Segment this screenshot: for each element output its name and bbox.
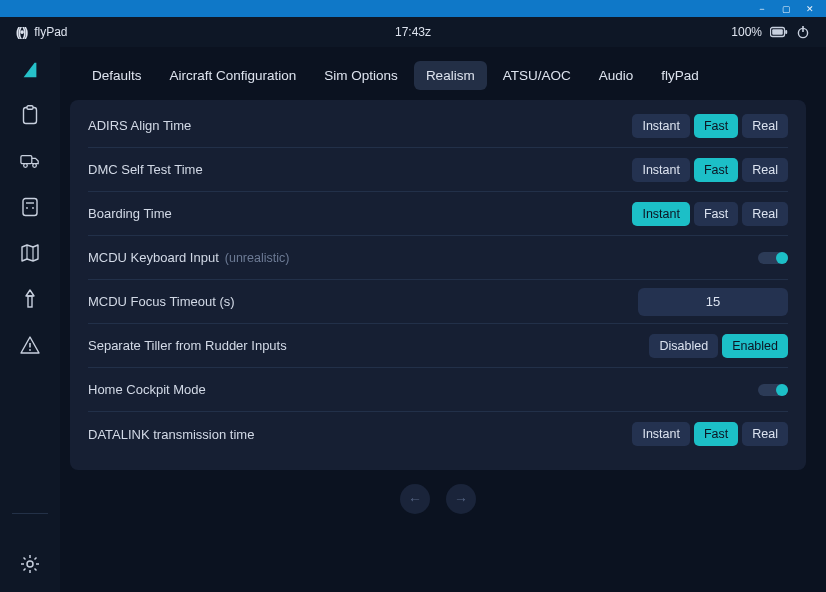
tab-aircraft-configuration[interactable]: Aircraft Configuration	[158, 61, 309, 90]
svg-rect-6	[27, 106, 33, 109]
svg-point-18	[29, 349, 31, 351]
signal-icon: ((•))	[16, 25, 26, 39]
main-content: Defaults Aircraft Configuration Sim Opti…	[60, 47, 826, 592]
window-maximize-button[interactable]: ▢	[774, 0, 798, 17]
tab-defaults[interactable]: Defaults	[80, 61, 154, 90]
tab-sim-options[interactable]: Sim Options	[312, 61, 410, 90]
app-title: flyPad	[34, 25, 67, 39]
adirs-fast-button[interactable]: Fast	[694, 114, 738, 138]
clipboard-icon[interactable]	[20, 105, 40, 125]
label-boarding: Boarding Time	[88, 206, 172, 221]
power-icon[interactable]	[796, 25, 810, 39]
seg-dmc: Instant Fast Real	[632, 158, 788, 182]
boarding-instant-button[interactable]: Instant	[632, 202, 690, 226]
tab-flypad[interactable]: flyPad	[649, 61, 711, 90]
warning-icon[interactable]	[20, 335, 40, 355]
truck-icon[interactable]	[20, 151, 40, 171]
row-mcdu-keyboard: MCDU Keyboard Input (unrealistic)	[88, 236, 788, 280]
tiller-disabled-button[interactable]: Disabled	[649, 334, 718, 358]
row-mcdu-timeout: MCDU Focus Timeout (s) 15	[88, 280, 788, 324]
boarding-real-button[interactable]: Real	[742, 202, 788, 226]
svg-point-8	[24, 164, 28, 168]
label-adirs: ADIRS Align Time	[88, 118, 191, 133]
dmc-real-button[interactable]: Real	[742, 158, 788, 182]
dmc-instant-button[interactable]: Instant	[632, 158, 690, 182]
calculator-icon[interactable]	[20, 197, 40, 217]
settings-panel: ADIRS Align Time Instant Fast Real DMC S…	[70, 100, 806, 470]
battery-percent: 100%	[731, 25, 762, 39]
tab-audio[interactable]: Audio	[587, 61, 646, 90]
gear-icon[interactable]	[20, 554, 40, 574]
toggle-mcdu-keyboard[interactable]	[758, 252, 788, 264]
adirs-real-button[interactable]: Real	[742, 114, 788, 138]
svg-point-19	[27, 561, 33, 567]
svg-point-12	[26, 207, 28, 209]
svg-rect-10	[23, 199, 37, 216]
label-home-cockpit: Home Cockpit Mode	[88, 382, 206, 397]
window-titlebar: − ▢ ✕	[0, 0, 826, 17]
tiller-enabled-button[interactable]: Enabled	[722, 334, 788, 358]
label-mcdu-kb: MCDU Keyboard Input	[88, 250, 219, 265]
svg-rect-1	[772, 29, 783, 35]
svg-rect-5	[24, 108, 37, 124]
pager-prev-button[interactable]: ←	[400, 484, 430, 514]
app-body: Defaults Aircraft Configuration Sim Opti…	[0, 47, 826, 592]
map-icon[interactable]	[20, 243, 40, 263]
row-adirs-align-time: ADIRS Align Time Instant Fast Real	[88, 104, 788, 148]
seg-tiller: Disabled Enabled	[649, 334, 788, 358]
seg-datalink: Instant Fast Real	[632, 422, 788, 446]
atc-icon[interactable]	[20, 289, 40, 309]
svg-point-9	[33, 164, 37, 168]
tab-realism[interactable]: Realism	[414, 61, 487, 90]
label-mcdu-timeout: MCDU Focus Timeout (s)	[88, 294, 235, 309]
datalink-real-button[interactable]: Real	[742, 422, 788, 446]
label-tiller: Separate Tiller from Rudder Inputs	[88, 338, 287, 353]
svg-rect-7	[21, 156, 32, 164]
adirs-instant-button[interactable]: Instant	[632, 114, 690, 138]
datalink-fast-button[interactable]: Fast	[694, 422, 738, 446]
svg-point-13	[32, 207, 34, 209]
boarding-fast-button[interactable]: Fast	[694, 202, 738, 226]
label-datalink: DATALINK transmission time	[88, 427, 254, 442]
datalink-instant-button[interactable]: Instant	[632, 422, 690, 446]
svg-rect-2	[785, 30, 787, 34]
row-tiller: Separate Tiller from Rudder Inputs Disab…	[88, 324, 788, 368]
window-minimize-button[interactable]: −	[750, 0, 774, 17]
svg-rect-16	[28, 296, 32, 307]
hint-mcdu-kb: (unrealistic)	[225, 251, 290, 265]
tab-atsu-aoc[interactable]: ATSU/AOC	[491, 61, 583, 90]
row-boarding-time: Boarding Time Instant Fast Real	[88, 192, 788, 236]
dmc-fast-button[interactable]: Fast	[694, 158, 738, 182]
row-dmc-self-test: DMC Self Test Time Instant Fast Real	[88, 148, 788, 192]
app-header: ((•)) flyPad 17:43z 100%	[0, 17, 826, 47]
pager: ← →	[70, 470, 806, 514]
header-clock: 17:43z	[395, 25, 431, 39]
toggle-home-cockpit[interactable]	[758, 384, 788, 396]
logo-icon[interactable]	[20, 59, 40, 79]
pager-next-button[interactable]: →	[446, 484, 476, 514]
seg-boarding: Instant Fast Real	[632, 202, 788, 226]
input-mcdu-timeout[interactable]: 15	[638, 288, 788, 316]
row-datalink: DATALINK transmission time Instant Fast …	[88, 412, 788, 456]
sidebar	[0, 47, 60, 592]
seg-adirs: Instant Fast Real	[632, 114, 788, 138]
row-home-cockpit: Home Cockpit Mode	[88, 368, 788, 412]
label-dmc: DMC Self Test Time	[88, 162, 203, 177]
battery-icon	[770, 26, 788, 38]
settings-tabs: Defaults Aircraft Configuration Sim Opti…	[70, 61, 806, 100]
window-close-button[interactable]: ✕	[798, 0, 822, 17]
sidebar-divider	[12, 513, 48, 514]
